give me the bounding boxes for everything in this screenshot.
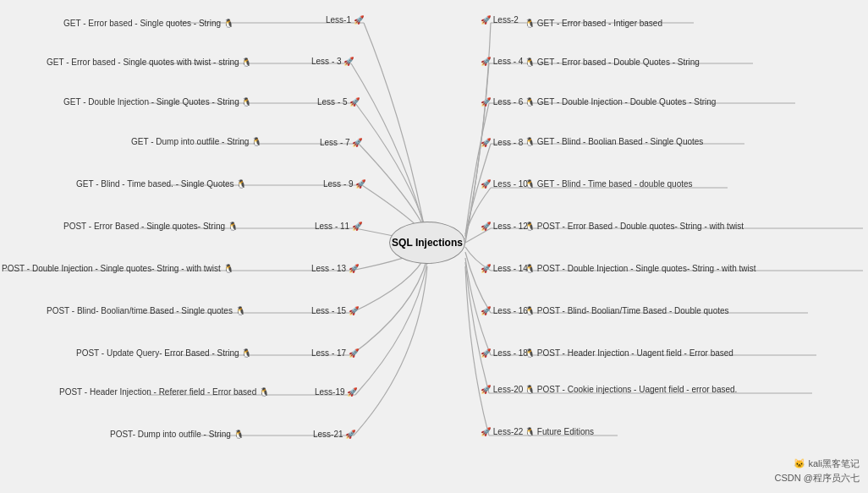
desc-r22: 🐧 Future Editions (525, 427, 594, 436)
desc-l11: POST - Error Based - Single quotes- Stri… (63, 222, 238, 231)
desc-r16: 🐧 POST - Blind- Boolian/Time Based - Dou… (525, 306, 729, 315)
desc-r18: 🐧 POST - Header Injection - Uagent field… (525, 348, 733, 358)
desc-r6: 🐧 GET - Double Injection - Double Quotes… (525, 97, 716, 107)
branch-label-r4: 🚀 Less - 4 (481, 57, 523, 66)
branch-label-r18: 🚀 Less - 18 (481, 348, 528, 358)
desc-l9: GET - Blind - Time based. - Single Quote… (76, 179, 246, 189)
desc-l19: POST - Header Injection - Referer field … (59, 387, 269, 397)
desc-l3: GET - Error based - Single quotes with t… (47, 58, 251, 67)
desc-r4: 🐧 GET - Error based - Double Quotes - St… (525, 58, 700, 67)
branch-label-l3: Less - 3 🚀 (311, 57, 354, 66)
watermark-line1: 🐱 kali黑客笔记 (775, 457, 860, 472)
mind-map-canvas: SQL Injections Less-1 🚀 Less - 3 🚀 Less … (0, 0, 868, 493)
watermark-line2: CSDN @程序员六七 (775, 471, 860, 486)
branch-label-r10: 🚀 Less - 10 (481, 179, 528, 189)
desc-r20: 🐧 POST - Cookie injections - Uagent fiel… (525, 385, 737, 394)
branch-label-l9: Less - 9 🚀 (323, 179, 365, 189)
desc-r10: 🐧 GET - Blind - Time based - double quot… (525, 179, 693, 189)
desc-l17: POST - Update Query- Error Based - Strin… (76, 348, 251, 358)
branch-label-r8: 🚀 Less - 8 (481, 138, 523, 147)
center-node: SQL Injections (389, 222, 465, 264)
branch-label-l15: Less - 15 🚀 (311, 306, 359, 315)
branch-label-l19: Less-19 🚀 (315, 387, 357, 397)
branch-label-l21: Less-21 🚀 (313, 430, 355, 439)
desc-r8: 🐧 GET - Blind - Boolian Based - Single Q… (525, 137, 703, 146)
desc-l15: POST - Blind- Boolian/time Based - Singl… (47, 306, 245, 315)
branch-label-l7: Less - 7 🚀 (320, 138, 362, 147)
center-label: SQL Injections (392, 237, 463, 249)
branch-label-l1: Less-1 🚀 (326, 15, 364, 25)
desc-l13: POST - Double Injection - Single quotes-… (2, 264, 233, 273)
branch-label-r14: 🚀 Less - 14 (481, 264, 528, 273)
branch-label-l17: Less - 17 🚀 (311, 348, 359, 358)
branch-label-r16: 🚀 Less - 16 (481, 306, 528, 315)
desc-l7: GET - Dump into outfile - String 🐧 (131, 137, 261, 146)
branch-label-l13: Less - 13 🚀 (311, 264, 359, 273)
branch-label-l11: Less - 11 🚀 (315, 222, 362, 231)
desc-r2: 🐧 GET - Error based - Intiger based (525, 19, 662, 28)
branch-label-r22: 🚀 Less-22 (481, 427, 523, 436)
desc-l5: GET - Double Injection - Single Quotes -… (63, 97, 251, 107)
branch-label-r6: 🚀 Less - 6 (481, 97, 523, 107)
branch-label-r20: 🚀 Less-20 (481, 385, 523, 394)
branch-label-r2: 🚀 Less-2 (481, 15, 519, 25)
desc-r14: 🐧 POST - Double Injection - Single quote… (525, 264, 756, 273)
desc-l1: GET - Error based - Single quotes - Stri… (63, 19, 233, 28)
desc-r12: 🐧 POST - Error Based - Double quotes- St… (525, 222, 744, 231)
branch-label-l5: Less - 5 🚀 (317, 97, 360, 107)
desc-l21: POST- Dump into outfile - String 🐧 (110, 430, 244, 439)
branch-label-r12: 🚀 Less - 12 (481, 222, 528, 231)
watermark: 🐱 kali黑客笔记 CSDN @程序员六七 (775, 457, 860, 486)
